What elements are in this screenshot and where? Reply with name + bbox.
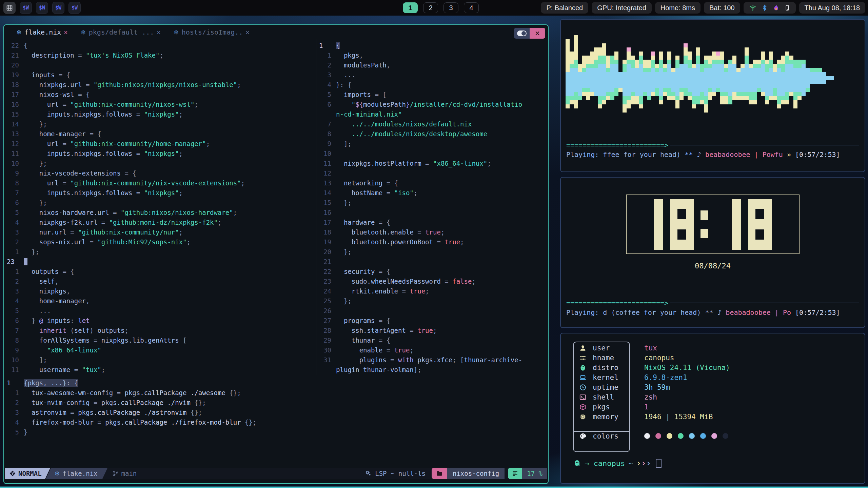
nix-file-icon: ❄ <box>174 28 179 36</box>
project-folder-segment <box>432 468 447 479</box>
app-button[interactable]: $W <box>20 2 32 14</box>
tab-close-icon[interactable]: × <box>157 28 160 36</box>
terminal-cursor[interactable] <box>656 459 662 468</box>
tab-close-icon[interactable]: × <box>245 28 249 36</box>
palette-dot <box>689 433 695 439</box>
line-number: 11 <box>316 159 336 168</box>
editor-cursor <box>24 258 27 265</box>
app-button[interactable]: $W <box>68 2 81 14</box>
app-button[interactable]: $W <box>36 2 48 14</box>
prompt-chevron: › <box>641 459 646 468</box>
code-line: 10 ]; <box>4 355 316 365</box>
code-line: 8 url = "github:nix-community/nix-vscode… <box>4 178 316 188</box>
user-icon <box>579 344 587 352</box>
window-close-button[interactable]: × <box>530 28 545 39</box>
desktop: { "topbar": { "apps": ["$W", "$W", "$W",… <box>0 0 868 488</box>
code-line: 25 }; <box>316 296 548 306</box>
app-button[interactable]: $W <box>52 2 64 14</box>
fetch-label: user <box>589 344 633 352</box>
palette-dot <box>700 433 706 439</box>
tab-hosts-isoImag-[interactable]: ❄hosts/isoImag..× <box>174 28 250 36</box>
status-pill: Home: 8ms <box>655 2 701 14</box>
toggle-button[interactable] <box>514 28 530 39</box>
line-number: 24 <box>316 286 336 296</box>
code-line: 4 nixpkgs-f2k.url = "github:moni-dz/nixp… <box>4 218 316 227</box>
code-line: 5 imports = [ <box>316 90 548 100</box>
fetch-row-user: usertux <box>577 343 865 353</box>
line-number <box>316 109 336 119</box>
clock-digit <box>732 199 741 250</box>
track-progress: ========================> <box>561 298 865 308</box>
nix-file-icon: ❄ <box>81 28 86 36</box>
line-number: 1 <box>4 388 24 398</box>
line-number: 9 <box>4 168 24 178</box>
shell-prompt[interactable]: → canopus ~ ››› <box>573 459 865 468</box>
code-line: 22{ <box>4 41 316 50</box>
code-line: 19 inputs = { <box>4 70 316 80</box>
pane-pkgs-default[interactable]: 1{pkgs, ...}: {1 tux-awesome-wm-config =… <box>4 375 548 437</box>
laptop-icon <box>579 374 587 381</box>
fetch-row-hname: hnamecanopus <box>577 353 865 363</box>
tab-label: flake.nix <box>24 28 61 36</box>
code-line: 11 nixpkgs.hostPlatform = "x86_64-linux"… <box>316 159 548 168</box>
status-pill: P: Balanced <box>541 2 588 14</box>
pane-flake-left[interactable]: 22{21 description = "tux's NixOS Flake";… <box>4 39 316 375</box>
line-number: 8 <box>316 129 336 139</box>
project-name: nixos-config <box>447 468 505 479</box>
code-line: 9 nix-vscode-extensions = { <box>4 168 316 178</box>
line-number: 16 <box>316 208 336 218</box>
code-line: 6 }; <box>4 198 316 208</box>
line-number: 5 <box>316 90 336 100</box>
status-pill: Bat: 100 <box>704 2 740 14</box>
tag-button-3[interactable]: 3 <box>443 2 458 13</box>
code-line: 7 inputs.nixpkgs.follows = "nixpkgs"; <box>4 188 316 198</box>
tag-button-1[interactable]: 1 <box>403 2 418 13</box>
fetch-window: usertuxhnamecanopusdistroNixOS 24.11 (Vi… <box>560 333 865 484</box>
code-line: 7 inherit (self) outputs; <box>4 326 316 336</box>
git-branch: main <box>113 470 137 477</box>
clock-window: 08/08/24 ========================> Playi… <box>560 177 865 328</box>
line-number: 22 <box>4 41 24 50</box>
fetch-label: shell <box>589 393 633 401</box>
line-number: 22 <box>316 267 336 277</box>
pane-iso-image[interactable]: 1{1 pkgs,2 modulesPath,3 ...4}: {5 impor… <box>316 39 548 375</box>
line-number <box>316 365 336 375</box>
fetch-row-kernel: kernel6.9.8-zen1 <box>577 372 865 382</box>
progress-remainder <box>670 303 859 303</box>
prompt-chevron: › <box>646 459 651 468</box>
line-number: 12 <box>4 139 24 149</box>
line-number: 4 <box>4 218 24 227</box>
tag-button-2[interactable]: 2 <box>423 2 438 13</box>
visualizer-window: ========================> Playing: ffee … <box>560 19 865 172</box>
code-line: 11 inputs.nixpkgs.follows = "nixpkgs"; <box>4 149 316 159</box>
tab-flake-nix[interactable]: ❄flake.nix× <box>16 28 68 36</box>
fetch-value: 6.9.8-zen1 <box>633 373 687 382</box>
code-line: 12 <box>316 168 548 178</box>
line-number: 3 <box>4 286 24 296</box>
line-number: 6 <box>316 100 336 109</box>
line-number: 5 <box>4 306 24 316</box>
code-line: 17 nixos-wsl = { <box>4 90 316 100</box>
code-line: 22 security = { <box>316 267 548 277</box>
code-line: 3 nixpkgs, <box>4 286 316 296</box>
launcher-button[interactable] <box>3 2 16 14</box>
tag-button-4[interactable]: 4 <box>464 2 479 13</box>
system-tray[interactable] <box>744 2 796 14</box>
tab-pkgs-default-[interactable]: ❄pkgs/default ...× <box>81 28 161 36</box>
code-line: 1{pkgs, ...}: { <box>4 378 548 388</box>
fetch-row-pkgs: pkgs1 <box>577 402 865 412</box>
fetch-label: distro <box>589 364 633 372</box>
flame-icon <box>773 4 780 12</box>
tab-close-icon[interactable]: × <box>64 28 67 36</box>
line-number: 2 <box>4 277 24 286</box>
code-line: 12 url = "github:nix-community/home-mana… <box>4 139 316 149</box>
workspace-tags: 1234 <box>403 2 479 13</box>
line-number: 15 <box>316 198 336 208</box>
line-number: 12 <box>316 168 336 178</box>
clock-date: 08/08/24 <box>561 262 865 270</box>
code-line: 18 bluetooth.enable = true; <box>316 227 548 237</box>
line-number: 1 <box>4 378 24 388</box>
prompt-chevron: › <box>636 459 641 468</box>
code-line: 9 ]; <box>316 139 548 149</box>
fetch-label: uptime <box>589 383 633 391</box>
